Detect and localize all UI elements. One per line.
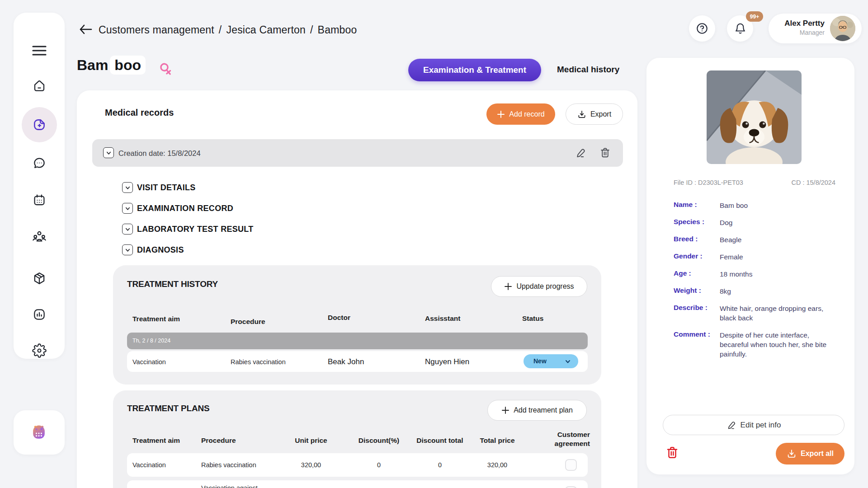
field-value: 18 months: [720, 269, 838, 279]
promo-icon: [29, 423, 49, 443]
status-badge: New: [533, 357, 547, 365]
treatment-plans-title: TREATMENT PLANS: [127, 404, 209, 413]
table-row[interactable]: [127, 480, 588, 488]
chevron-down-icon[interactable]: [564, 358, 571, 367]
update-progress-button[interactable]: Uppdate progress: [491, 276, 587, 297]
pet-creation-date: CD : 15/8/2024: [769, 179, 835, 186]
medical-records-icon[interactable]: [32, 117, 47, 132]
reports-icon[interactable]: [32, 307, 47, 322]
field-value: Dog: [720, 218, 838, 227]
column-header: Status: [522, 314, 543, 323]
tab-examination-treatment[interactable]: Examination & Treatment: [408, 59, 541, 81]
field-value: Beagle: [720, 235, 838, 244]
page-title: Bamboo: [77, 57, 146, 74]
customer-agreement-checkbox[interactable]: [565, 459, 577, 471]
calendar-icon[interactable]: [32, 193, 47, 207]
field-label: Weight :: [674, 286, 718, 295]
history-date-label: Th, 2 / 8 / 2024: [132, 338, 170, 344]
pet-photo: [707, 70, 802, 164]
cell-procedure: Vaccination against: [201, 483, 278, 488]
promo-card[interactable]: [14, 410, 65, 455]
field-value: Female: [720, 252, 838, 262]
creation-date-label: Creation date: 15/8/2024: [118, 149, 201, 158]
sidebar: [14, 13, 65, 359]
help-button[interactable]: [689, 15, 715, 42]
add-record-button[interactable]: Add record: [486, 103, 555, 125]
history-date-row[interactable]: [127, 333, 588, 349]
field-label: Name :: [674, 201, 718, 209]
collapse-toggle-icon[interactable]: [122, 224, 133, 235]
breadcrumb: Customers management/Jesica Camerton/Bam…: [99, 24, 357, 36]
download-icon: [787, 449, 797, 459]
export-all-button[interactable]: Export all: [776, 443, 844, 465]
column-header: Discount(%): [352, 436, 406, 445]
field-label: Gender :: [674, 252, 718, 260]
column-header: Discount total: [413, 436, 467, 445]
section-diagnosis[interactable]: DIAGNOSIS: [137, 245, 184, 255]
section-examination-record[interactable]: EXAMINATION RECORD: [137, 204, 233, 213]
field-label: Comment :: [674, 330, 718, 338]
field-value: Bam boo: [720, 201, 838, 210]
breadcrumb-item[interactable]: Customers management: [99, 24, 214, 36]
avatar[interactable]: [830, 16, 855, 41]
collapse-toggle-icon[interactable]: [103, 147, 114, 158]
collapse-toggle-icon[interactable]: [122, 182, 133, 193]
delete-pet-icon[interactable]: [665, 446, 679, 461]
plus-icon: [497, 110, 505, 118]
field-value: White hair, orange dropping ears, black …: [720, 304, 838, 323]
chat-icon[interactable]: [32, 156, 47, 170]
edit-pen-icon: [726, 420, 736, 430]
medical-records-title: Medical records: [105, 108, 174, 118]
breadcrumb-item[interactable]: Jesica Camerton: [226, 24, 306, 36]
back-arrow-icon[interactable]: [78, 23, 93, 38]
page-title-highlight: boo: [110, 56, 146, 75]
notification-badge: 99+: [746, 11, 763, 22]
cell-discount-pct: 0: [352, 461, 406, 469]
column-header: Doctor: [328, 314, 350, 322]
cell-treatment-aim: Vaccination: [132, 358, 166, 366]
column-header: Procedure: [231, 318, 265, 326]
cell-unit-price: 320,00: [284, 461, 338, 469]
download-icon: [577, 110, 586, 119]
customers-icon[interactable]: [32, 228, 47, 244]
add-treatment-plan-button[interactable]: Add treament plan: [487, 400, 587, 421]
customer-agreement-checkbox[interactable]: [565, 486, 577, 488]
export-button[interactable]: Export: [566, 103, 623, 125]
collapse-toggle-icon[interactable]: [122, 244, 133, 255]
cell-procedure: Rabies vaccination: [231, 358, 286, 366]
field-label: Species :: [674, 218, 718, 226]
column-header: Unit price: [284, 436, 338, 445]
column-header: Assisstant: [425, 314, 460, 323]
section-visit-details[interactable]: VISIT DETAILS: [137, 183, 196, 192]
field-label: Describe :: [674, 304, 718, 312]
inventory-icon[interactable]: [32, 271, 47, 286]
home-icon[interactable]: [32, 79, 47, 93]
app-window: Customers management/Jesica Camerton/Bam…: [0, 0, 868, 488]
female-icon: [157, 61, 175, 80]
trash-icon[interactable]: [599, 147, 611, 160]
cell-treatment-aim: Vaccination: [132, 461, 166, 469]
column-header: Treatment aim: [132, 436, 180, 445]
user-role: Manager: [774, 29, 825, 36]
field-value: Despite of her cute interface, becareful…: [720, 330, 838, 359]
treatment-history-title: TREATMENT HISTORY: [127, 279, 218, 289]
menu-icon[interactable]: [32, 45, 47, 56]
pet-file-id: File ID : D2303L-PET03: [674, 179, 743, 186]
cell-discount-total: 0: [413, 461, 467, 469]
settings-icon[interactable]: [32, 343, 47, 358]
column-header: Customer agreement: [540, 430, 590, 448]
field-value: 8kg: [720, 286, 838, 296]
edit-pen-icon[interactable]: [575, 147, 586, 160]
cell-procedure: Rabies vaccination: [201, 461, 256, 469]
field-label: Breed :: [674, 235, 718, 243]
cell-total-price: 320,00: [470, 461, 524, 469]
tab-medical-history[interactable]: Medical history: [557, 65, 619, 75]
field-label: Age :: [674, 269, 718, 277]
collapse-toggle-icon[interactable]: [122, 203, 133, 214]
plus-icon: [504, 282, 512, 291]
column-header: Total price: [470, 436, 524, 445]
section-laboratory-test-result[interactable]: LABORATORY TEST RESULT: [137, 225, 254, 234]
cell-assistant: Nguyen Hien: [425, 357, 469, 366]
column-header: Procedure: [201, 436, 236, 445]
edit-pet-info-button[interactable]: Edit pet info: [663, 415, 844, 435]
